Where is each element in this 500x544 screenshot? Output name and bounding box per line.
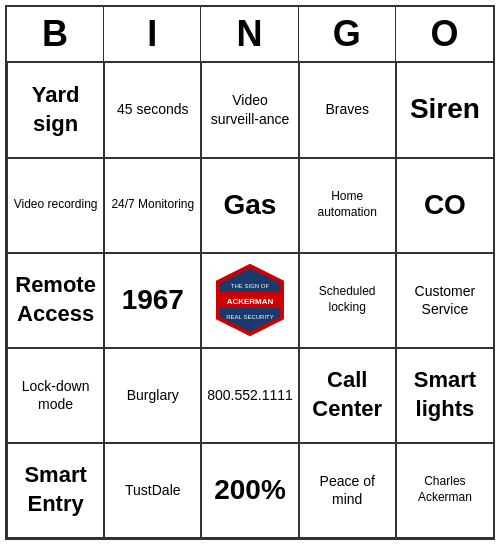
- cell-text-r1c0: Video recording: [14, 197, 98, 213]
- cell-r4c4: Charles Ackerman: [396, 443, 493, 538]
- cell-r3c0: Lock-down mode: [7, 348, 104, 443]
- cell-text-r0c3: Braves: [325, 100, 369, 118]
- cell-r2c2: ACKERMAN THE SIGN OF REAL SECURITY: [201, 253, 298, 348]
- cell-r4c3: Peace of mind: [299, 443, 396, 538]
- cell-text-r4c2: 200%: [214, 472, 286, 508]
- cell-r1c2: Gas: [201, 158, 298, 253]
- bingo-grid: Yard sign45 secondsVideo surveill-anceBr…: [7, 63, 493, 538]
- cell-text-r2c0: Remote Access: [12, 271, 99, 328]
- cell-text-r1c3: Home automation: [304, 189, 391, 220]
- cell-text-r0c1: 45 seconds: [117, 100, 189, 118]
- bingo-card: BINGO Yard sign45 secondsVideo surveill-…: [5, 5, 495, 540]
- cell-r4c1: TustDale: [104, 443, 201, 538]
- cell-r3c3: Call Center: [299, 348, 396, 443]
- cell-text-r0c2: Video surveill-ance: [206, 91, 293, 127]
- cell-r4c2: 200%: [201, 443, 298, 538]
- cell-r1c3: Home automation: [299, 158, 396, 253]
- cell-r3c2: 800.552.1111: [201, 348, 298, 443]
- cell-r4c0: Smart Entry: [7, 443, 104, 538]
- cell-text-r0c4: Siren: [410, 91, 480, 127]
- ackerman-logo: ACKERMAN THE SIGN OF REAL SECURITY: [214, 264, 286, 336]
- cell-text-r4c4: Charles Ackerman: [401, 474, 489, 505]
- cell-text-r1c4: CO: [424, 187, 466, 223]
- header-letter-o: O: [396, 7, 493, 61]
- bingo-header: BINGO: [7, 7, 493, 63]
- cell-r2c0: Remote Access: [7, 253, 104, 348]
- header-letter-g: G: [299, 7, 396, 61]
- cell-r0c1: 45 seconds: [104, 63, 201, 158]
- cell-text-r1c1: 24/7 Monitoring: [111, 197, 194, 213]
- cell-text-r1c2: Gas: [224, 187, 277, 223]
- cell-r1c1: 24/7 Monitoring: [104, 158, 201, 253]
- cell-text-r0c0: Yard sign: [12, 81, 99, 138]
- header-letter-n: N: [201, 7, 298, 61]
- cell-r2c1: 1967: [104, 253, 201, 348]
- header-letter-i: I: [104, 7, 201, 61]
- cell-text-r4c3: Peace of mind: [304, 472, 391, 508]
- cell-r0c4: Siren: [396, 63, 493, 158]
- cell-r2c3: Scheduled locking: [299, 253, 396, 348]
- cell-r1c0: Video recording: [7, 158, 104, 253]
- cell-r2c4: Customer Service: [396, 253, 493, 348]
- svg-text:ACKERMAN: ACKERMAN: [227, 297, 274, 306]
- cell-text-r3c1: Burglary: [127, 386, 179, 404]
- svg-text:THE SIGN OF: THE SIGN OF: [231, 283, 270, 289]
- cell-r3c4: Smart lights: [396, 348, 493, 443]
- cell-r0c2: Video surveill-ance: [201, 63, 298, 158]
- cell-text-r3c3: Call Center: [304, 366, 391, 423]
- cell-text-r2c3: Scheduled locking: [304, 284, 391, 315]
- cell-r1c4: CO: [396, 158, 493, 253]
- cell-text-r3c0: Lock-down mode: [12, 377, 99, 413]
- cell-text-r4c1: TustDale: [125, 481, 181, 499]
- cell-text-r3c2: 800.552.1111: [207, 386, 293, 404]
- cell-text-r2c1: 1967: [122, 282, 184, 318]
- cell-text-r4c0: Smart Entry: [12, 461, 99, 518]
- header-letter-b: B: [7, 7, 104, 61]
- cell-r0c0: Yard sign: [7, 63, 104, 158]
- cell-r0c3: Braves: [299, 63, 396, 158]
- cell-text-r3c4: Smart lights: [401, 366, 489, 423]
- svg-text:REAL SECURITY: REAL SECURITY: [226, 314, 273, 320]
- cell-text-r2c4: Customer Service: [401, 282, 489, 318]
- cell-r3c1: Burglary: [104, 348, 201, 443]
